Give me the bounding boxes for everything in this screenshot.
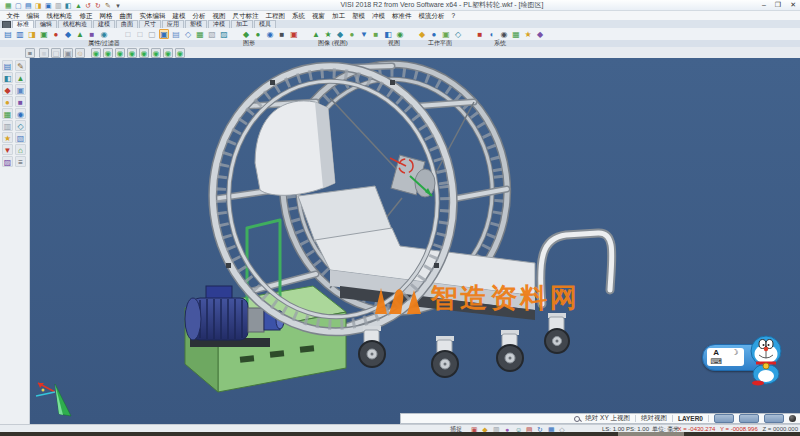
toolbar-icon[interactable]: ◉ <box>499 29 509 39</box>
menu-item[interactable]: 工程图 <box>262 11 289 20</box>
view-toolbar-icon[interactable]: ◉ <box>127 48 137 58</box>
view-bar-button[interactable] <box>739 414 759 423</box>
toolbar-tab[interactable]: 线框构造 <box>58 20 92 28</box>
view-toolbar-icon[interactable]: ◉ <box>151 48 161 58</box>
view-toolbar-icon[interactable]: ◉ <box>163 48 173 58</box>
toolbar-tab[interactable]: 应用 <box>162 20 184 28</box>
toolbar-tab[interactable]: 冲模 <box>208 20 230 28</box>
toolbar-icon[interactable]: ● <box>347 29 357 39</box>
render-mode-sphere-icon[interactable] <box>789 415 796 422</box>
quick-access-icon[interactable]: ◨ <box>34 1 42 9</box>
toolbar-icon[interactable]: ◨ <box>27 29 37 39</box>
toolbar-icon[interactable]: ◇ <box>453 29 463 39</box>
toolbar-icon[interactable]: ■ <box>371 29 381 39</box>
menu-item[interactable]: 视图 <box>209 11 229 20</box>
toolbar-icon[interactable]: ● <box>253 29 263 39</box>
toolbar-icon[interactable]: ★ <box>523 29 533 39</box>
toolbar-icon[interactable]: ▣ <box>39 29 49 39</box>
toolbar-tab[interactable]: 尺寸 <box>139 20 161 28</box>
toolbar-icon[interactable]: ■ <box>475 29 485 39</box>
side-tool-icon[interactable]: ▼ <box>2 144 13 155</box>
toolbar-icon[interactable]: ◉ <box>99 29 109 39</box>
toolbar-icon[interactable]: ▤ <box>171 29 181 39</box>
menu-item[interactable]: 实体编辑 <box>136 11 169 20</box>
toolbar-icon[interactable]: ■ <box>277 29 287 39</box>
side-tool-icon[interactable]: ● <box>2 96 13 107</box>
toolbar-icon[interactable]: ▧ <box>207 29 217 39</box>
view-bar-button[interactable] <box>714 414 734 423</box>
menu-item[interactable]: 文件 <box>3 11 23 20</box>
view-toolbar-icon[interactable]: ≡ <box>25 48 35 58</box>
toolbar-icon[interactable]: ▤ <box>3 29 13 39</box>
menu-item[interactable]: 标准件 <box>389 11 416 20</box>
menu-item[interactable]: 塑模 <box>349 11 369 20</box>
toolbar-icon[interactable]: ◆ <box>535 29 545 39</box>
moon-icon[interactable]: ☽ <box>731 349 738 357</box>
toolbar-icon[interactable]: ▨ <box>219 29 229 39</box>
toolbar-icon[interactable]: ▢ <box>147 29 157 39</box>
toolbar-icon[interactable]: ◆ <box>417 29 427 39</box>
toolbar-tab[interactable]: 编辑 <box>35 20 57 28</box>
view-toolbar-icon[interactable]: ◉ <box>115 48 125 58</box>
side-tool-icon[interactable]: ◉ <box>15 108 26 119</box>
view-toolbar-icon[interactable]: ▢ <box>51 48 61 58</box>
toolbar-icon[interactable]: ◆ <box>241 29 251 39</box>
toolbar-icon[interactable]: ● <box>51 29 61 39</box>
toolbar-tab[interactable]: 曲面 <box>116 20 138 28</box>
toolbar-tab[interactable]: 标准 <box>12 20 34 28</box>
toolbar-icon[interactable]: ■ <box>87 29 97 39</box>
search-icon[interactable] <box>574 416 580 422</box>
quick-access-icon[interactable]: ✎ <box>104 1 112 9</box>
menu-item[interactable]: 尺寸标注 <box>229 11 262 20</box>
toolbar-icon[interactable]: ◇ <box>183 29 193 39</box>
layer-field[interactable]: LAYER0 <box>678 415 703 422</box>
quick-access-icon[interactable]: ▾ <box>114 1 122 9</box>
side-tool-icon[interactable]: ▲ <box>15 72 26 83</box>
toolbar-tab[interactable]: 建模 <box>93 20 115 28</box>
view-toolbar-icon[interactable]: ☺ <box>75 48 85 58</box>
view-toolbar-icon[interactable]: ◉ <box>139 48 149 58</box>
menu-item[interactable]: 系统 <box>289 11 309 20</box>
quick-access-icon[interactable]: ↺ <box>84 1 92 9</box>
side-tool-icon[interactable]: ⌂ <box>15 144 26 155</box>
side-tool-icon[interactable]: ▧ <box>15 132 26 143</box>
toolbar-tab[interactable]: 塑模 <box>185 20 207 28</box>
side-tool-icon[interactable]: ★ <box>2 132 13 143</box>
minimize-button[interactable]: – <box>762 1 766 9</box>
side-tool-icon[interactable]: ◇ <box>15 120 26 131</box>
toolbar-icon[interactable]: ▣ <box>159 29 169 39</box>
view-name-field[interactable]: 绝对视图 <box>641 414 667 423</box>
maximize-button[interactable]: ❐ <box>775 1 781 9</box>
toolbar-icon[interactable]: ◉ <box>265 29 275 39</box>
menu-item[interactable]: 线框构造 <box>43 11 76 20</box>
view-toolbar-icon[interactable]: ■ <box>39 48 49 58</box>
quick-access-icon[interactable]: ▣ <box>44 1 52 9</box>
menu-item[interactable]: 冲模 <box>369 11 389 20</box>
side-tool-icon[interactable]: ◧ <box>2 72 13 83</box>
menu-item[interactable]: 建模 <box>169 11 189 20</box>
toolbar-tab[interactable]: 模具 <box>254 20 276 28</box>
quick-access-icon[interactable]: ▢ <box>14 1 22 9</box>
toolbar-icon[interactable]: ▦ <box>511 29 521 39</box>
side-tool-icon[interactable]: ▨ <box>2 156 13 167</box>
3d-model[interactable] <box>30 58 800 424</box>
side-tool-icon[interactable]: ▦ <box>2 108 13 119</box>
toolbar-icon[interactable]: ◆ <box>335 29 345 39</box>
menu-item[interactable]: 视窗 <box>309 11 329 20</box>
quick-access-icon[interactable]: ↻ <box>94 1 102 9</box>
quick-access-icon[interactable]: ▤ <box>24 1 32 9</box>
ime-status-box[interactable]: A ☽ ⌨ <box>707 348 744 366</box>
view-toolbar-icon[interactable]: ◉ <box>175 48 185 58</box>
side-tool-icon[interactable]: ✎ <box>15 60 26 71</box>
toolbar-icon[interactable]: ▣ <box>441 29 451 39</box>
toolbar-icon[interactable]: ▥ <box>15 29 25 39</box>
toolbar-icon[interactable]: ▦ <box>195 29 205 39</box>
ime-toolbar[interactable]: A ☽ ⌨ <box>702 334 792 386</box>
toolbar-tab[interactable]: 加工 <box>231 20 253 28</box>
view-state-field[interactable]: 绝对 XY 上视图 <box>585 414 630 423</box>
quick-access-icon[interactable]: ▲ <box>74 1 82 9</box>
menu-item[interactable]: 曲面 <box>116 11 136 20</box>
view-toolbar-icon[interactable]: ◉ <box>91 48 101 58</box>
menu-item[interactable]: 模流分析 <box>415 11 448 20</box>
side-tool-icon[interactable]: ▤ <box>2 60 13 71</box>
